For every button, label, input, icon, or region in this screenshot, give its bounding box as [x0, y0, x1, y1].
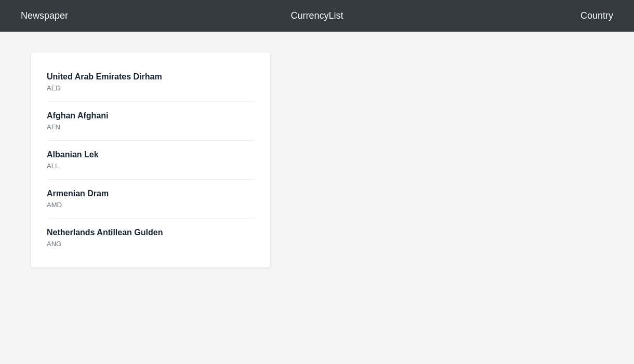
list-item[interactable]: Armenian DramAMD [47, 180, 255, 219]
list-item[interactable]: United Arab Emirates DirhamAED [47, 63, 255, 102]
currency-name: Armenian Dram [47, 189, 255, 198]
currency-name: Netherlands Antillean Gulden [47, 228, 255, 237]
currency-code: ALL [47, 162, 255, 170]
nav-newspaper[interactable]: Newspaper [21, 10, 68, 21]
currency-name: Albanian Lek [47, 150, 255, 159]
currency-code: ANG [47, 240, 255, 248]
list-item[interactable]: Afghan AfghaniAFN [47, 102, 255, 141]
navbar: Newspaper CurrencyList Country [0, 0, 634, 32]
currency-card: United Arab Emirates DirhamAEDAfghan Afg… [31, 52, 270, 267]
nav-currencylist[interactable]: CurrencyList [290, 10, 343, 21]
currency-name: Afghan Afghani [47, 111, 255, 120]
currency-name: United Arab Emirates Dirham [47, 72, 255, 82]
nav-country[interactable]: Country [580, 10, 613, 21]
list-item[interactable]: Netherlands Antillean GuldenANG [47, 219, 255, 257]
list-item[interactable]: Albanian LekALL [47, 141, 255, 180]
currency-code: AMD [47, 201, 255, 209]
main-content: United Arab Emirates DirhamAEDAfghan Afg… [0, 32, 634, 288]
currency-code: AED [47, 84, 255, 92]
currency-code: AFN [47, 123, 255, 131]
